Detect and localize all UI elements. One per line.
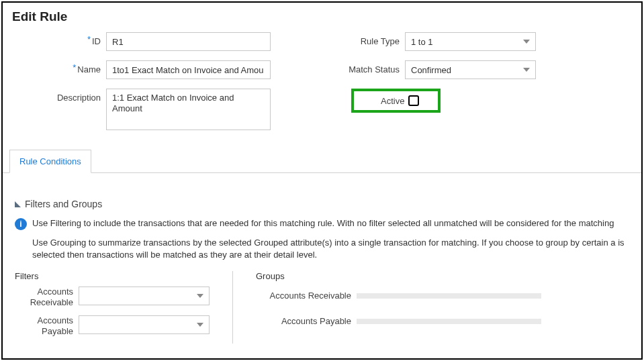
rule-type-label: Rule Type xyxy=(331,32,405,51)
rule-type-value: 1 to 1 xyxy=(411,37,433,47)
tab-rule-conditions[interactable]: Rule Conditions xyxy=(9,150,91,173)
chevron-down-icon xyxy=(197,323,203,327)
group-ar-field[interactable] xyxy=(357,293,541,299)
filter-ar-label: Accounts Receivable xyxy=(15,287,79,309)
chevron-down-icon xyxy=(523,68,530,72)
filter-ar-select[interactable] xyxy=(79,287,210,305)
active-label: Active xyxy=(381,96,408,106)
filter-ap-select[interactable] xyxy=(79,315,210,334)
match-status-label: Match Status xyxy=(331,60,405,79)
filter-ap-label: Accounts Payable xyxy=(15,315,79,338)
page-title: Edit Rule xyxy=(3,3,641,27)
id-label: *ID xyxy=(12,32,106,51)
filters-heading: Filters xyxy=(15,271,210,281)
description-input[interactable]: 1:1 Exact Match on Invoice and Amount xyxy=(106,89,271,130)
info-text-grouping: Use Grouping to summarize transactions b… xyxy=(15,237,629,260)
group-ap-label: Accounts Payable xyxy=(256,312,357,331)
name-input[interactable] xyxy=(106,60,271,79)
group-ar-label: Accounts Receivable xyxy=(256,287,357,305)
groups-heading: Groups xyxy=(256,271,541,281)
chevron-down-icon xyxy=(197,294,203,298)
info-text-filtering: Use Filtering to include the transaction… xyxy=(32,217,614,229)
collapse-icon[interactable] xyxy=(15,201,21,207)
match-status-select[interactable]: Confirmed xyxy=(405,60,536,79)
match-status-value: Confirmed xyxy=(411,65,451,75)
info-icon: i xyxy=(15,218,27,230)
filters-groups-heading: Filters and Groups xyxy=(15,199,629,209)
chevron-down-icon xyxy=(523,40,530,44)
group-ap-field[interactable] xyxy=(357,319,541,324)
id-input[interactable] xyxy=(106,32,271,51)
rule-type-select[interactable]: 1 to 1 xyxy=(405,32,536,51)
description-label: Description xyxy=(12,89,106,107)
active-highlight: Active xyxy=(351,89,441,113)
name-label: *Name xyxy=(12,60,106,79)
active-checkbox[interactable] xyxy=(408,95,419,106)
